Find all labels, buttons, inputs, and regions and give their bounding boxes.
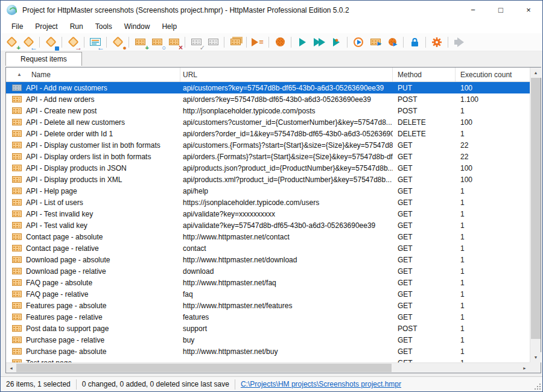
play-all-icon — [314, 38, 325, 46]
play-icon — [299, 38, 306, 46]
column-header-name[interactable]: ▲ Name — [6, 68, 180, 81]
item-name: API - Add new customers — [26, 84, 107, 92]
data-generator-button[interactable] — [272, 34, 288, 50]
app-logo-icon — [7, 5, 17, 15]
horizontal-scrollbar[interactable]: ◄ ► — [6, 362, 530, 373]
window-title: Project for HttpMaster screenshots (Scre… — [22, 6, 459, 14]
scroll-right-icon[interactable]: ► — [519, 363, 530, 373]
vertical-scroll-thumb[interactable] — [531, 78, 541, 339]
table-row[interactable]: API - Create new posthttp://jsonplacehol… — [6, 105, 530, 116]
request-item-icon — [12, 96, 22, 103]
menu-tools[interactable]: Tools — [89, 21, 118, 33]
delete-request-item-button[interactable]: × — [166, 34, 182, 50]
table-row[interactable]: Post data to support pagesupportPOST1 — [6, 323, 530, 334]
play-circle-icon — [354, 37, 363, 47]
item-name: API - Add new orders — [26, 95, 94, 104]
open-project-button[interactable]: ← — [21, 34, 36, 50]
close-button[interactable]: × — [515, 1, 542, 19]
execute-with-data-button[interactable]: ● — [328, 34, 344, 50]
scroll-left-icon[interactable]: ◄ — [6, 363, 16, 373]
project-properties-button[interactable]: ● — [110, 34, 125, 50]
arrow-left-badge-icon: ← — [97, 44, 104, 51]
table-row[interactable]: API - Delete all new customersapi/custom… — [6, 116, 530, 128]
item-name: Post data to support page — [26, 324, 109, 333]
group-request-items-button[interactable] — [227, 34, 243, 50]
column-header-method[interactable]: Method — [393, 68, 456, 81]
menu-window[interactable]: Window — [118, 21, 156, 33]
execute-item-button[interactable]: ▶ — [367, 34, 383, 50]
execute-project-button[interactable] — [294, 34, 310, 50]
table-row[interactable]: Download page - relativedownloadGET1 — [6, 265, 530, 277]
table-row[interactable]: API - Display orders list in both format… — [6, 151, 530, 162]
add-request-item-button[interactable]: + — [132, 34, 148, 50]
table-row[interactable]: API - Display customer list in both form… — [6, 139, 530, 151]
table-row[interactable]: API - Display products in JSONapi/produc… — [6, 162, 530, 174]
table-row[interactable]: Purchase page - relativebuyGET1 — [6, 334, 530, 346]
table-row[interactable]: API - Add new customersapi/customers?key… — [6, 82, 530, 93]
execution-sequence-button[interactable]: ≡ — [250, 34, 265, 50]
table-row[interactable]: Features page - relativefeaturesGET1 — [6, 311, 530, 323]
menu-help[interactable]: Help — [156, 21, 183, 33]
tab-request-items[interactable]: Request items — [5, 52, 82, 66]
table-row[interactable]: API - Add new ordersapi/orders?key=57547… — [6, 93, 530, 105]
maximize-button[interactable]: □ — [487, 1, 515, 19]
item-url: api/orders?key=57547d8b-df65-43b0-a6d3-0… — [180, 95, 393, 104]
project-notes-button[interactable]: ← — [87, 34, 103, 50]
scroll-up-icon[interactable]: ▲ — [530, 68, 541, 78]
cell-name: Features page - relative — [6, 313, 180, 321]
item-name: FAQ page - absolute — [26, 279, 92, 287]
item-url: api/help — [180, 187, 393, 195]
item-method: GET — [393, 198, 456, 207]
project-file-link[interactable]: C:\Projects\HM projects\Screenshots proj… — [241, 380, 401, 388]
item-name: Purchase page- absolute — [26, 347, 106, 356]
execute-selected-button[interactable] — [351, 34, 366, 50]
item-count: 1 — [456, 130, 530, 138]
table-row[interactable]: Features page - absolutehttp://www.httpm… — [6, 300, 530, 311]
request-item-icon — [12, 199, 22, 206]
item-method: GET — [393, 164, 456, 172]
execute-all-items-button[interactable] — [311, 34, 327, 50]
table-row[interactable]: API - Help pageapi/helpGET1 — [6, 185, 530, 197]
toolbar-separator — [291, 37, 291, 48]
vertical-scrollbar[interactable]: ▲ ▼ — [530, 68, 541, 362]
table-row[interactable]: API - Display products in XMLapi/product… — [6, 174, 530, 185]
resize-grip[interactable] — [534, 383, 541, 390]
cell-name: Download page - absolute — [6, 256, 180, 264]
security-button[interactable] — [407, 34, 422, 50]
item-group-icon — [230, 39, 241, 45]
menu-bar: File Project Run Tools Window Help — [1, 19, 542, 33]
menu-run[interactable]: Run — [64, 21, 89, 33]
table-row[interactable]: FAQ page - absolutehttp://www.httpmaster… — [6, 277, 530, 288]
table-row[interactable]: API - Delete order with Id 1api/orders?o… — [6, 128, 530, 139]
item-count: 1 — [456, 221, 530, 230]
table-row[interactable]: Contact page - relativecontactGET1 — [6, 242, 530, 254]
close-project-button[interactable]: → — [65, 34, 81, 50]
item-count: 100 — [456, 175, 530, 184]
table-row[interactable]: API - Test valid keyapi/validate?key=575… — [6, 220, 530, 231]
table-row[interactable]: Download page - absolutehttp://www.httpm… — [6, 254, 530, 265]
table-row[interactable]: API - Test invalid keyapi/validate?key=x… — [6, 208, 530, 220]
new-project-button[interactable]: + — [4, 34, 19, 50]
table-row[interactable]: FAQ page - relativefaqGET1 — [6, 288, 530, 300]
menu-project[interactable]: Project — [29, 21, 63, 33]
column-header-count[interactable]: Execution count — [456, 68, 530, 81]
save-project-button[interactable] — [43, 34, 59, 50]
data-generator-icon — [276, 37, 285, 46]
horizontal-scroll-thumb[interactable] — [16, 364, 392, 372]
request-item-icon — [12, 119, 22, 125]
execute-generator-button[interactable]: ▶ — [384, 34, 400, 50]
gear-badge-icon: ● — [122, 45, 127, 51]
item-name: API - Display products in XML — [26, 175, 122, 184]
edit-request-item-button[interactable]: ○ — [149, 34, 165, 50]
table-row[interactable]: Contact page - absolutehttp://www.httpma… — [6, 231, 530, 242]
minimize-button[interactable]: − — [459, 1, 487, 19]
item-method: GET — [393, 210, 456, 218]
column-header-url[interactable]: URL — [180, 68, 393, 81]
menu-file[interactable]: File — [5, 21, 29, 33]
scroll-down-icon[interactable]: ▼ — [530, 352, 541, 362]
table-row[interactable]: Test root pageGET1 — [6, 357, 530, 362]
play-with-data-icon: ● — [333, 38, 340, 46]
table-row[interactable]: API - List of usershttps://jsonplacehold… — [6, 197, 530, 208]
table-row[interactable]: Purchase page- absolutehttp://www.httpma… — [6, 346, 530, 357]
options-button[interactable] — [429, 34, 445, 50]
